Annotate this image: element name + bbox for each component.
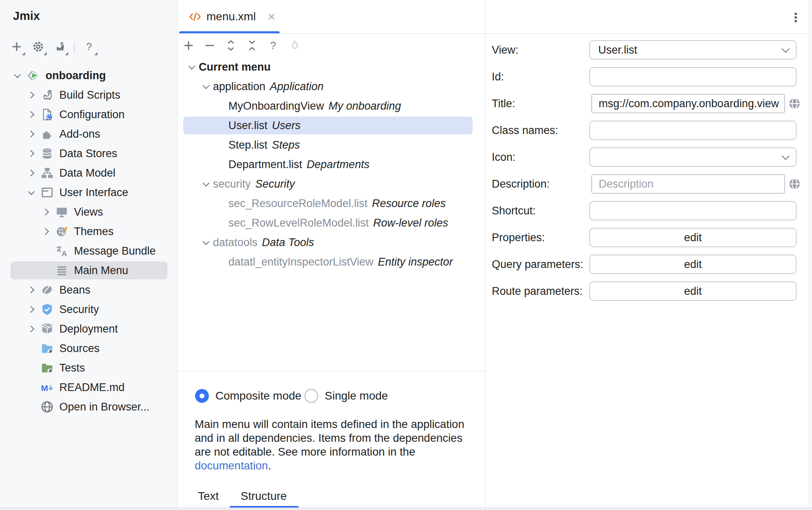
tree-item-data-stores[interactable]: Data Stores — [0, 144, 177, 163]
tree-item-label: Tests — [59, 362, 85, 374]
menu-item-resource-roles[interactable]: sec_ResourceRoleModel.list Resource role… — [178, 194, 484, 213]
chevron-spacer — [24, 341, 38, 355]
menu-item-user-list[interactable]: User.list Users — [178, 116, 484, 135]
menu-item-step-list[interactable]: Step.list Steps — [178, 135, 484, 155]
chevron-right-icon[interactable] — [24, 166, 38, 180]
tree-item-data-model[interactable]: Data Model — [0, 163, 177, 183]
chevron-down-icon[interactable] — [199, 177, 213, 191]
tree-item-message-bundle[interactable]: A Message Bundle — [0, 241, 177, 261]
title-label: Title: — [492, 97, 515, 110]
chevron-right-icon[interactable] — [39, 225, 53, 238]
shortcut-input[interactable] — [590, 202, 796, 220]
tree-item-deployment[interactable]: Deployment — [0, 319, 177, 339]
chevron-right-icon[interactable] — [39, 205, 53, 219]
tree-item-add-ons[interactable]: Add-ons — [0, 124, 177, 144]
menu-item-caption: Row-level roles — [373, 217, 448, 229]
chevron-down-icon[interactable] — [199, 80, 213, 93]
tree-item-readme[interactable]: M README.md — [0, 378, 177, 397]
add-menu-item-button[interactable] — [181, 38, 196, 53]
chevron-right-icon[interactable] — [24, 322, 38, 336]
chevron-right-icon[interactable] — [24, 108, 38, 121]
view-select[interactable]: User.list — [589, 40, 797, 60]
panel-divider — [178, 371, 485, 372]
localization-globe-icon[interactable] — [788, 97, 801, 110]
form-row-route-parameters: Route parameters: edit — [486, 278, 809, 305]
chevron-down-icon[interactable] — [24, 186, 38, 199]
gradle-tasks-button[interactable] — [52, 40, 67, 55]
close-icon[interactable] — [266, 11, 277, 22]
editor-tab-menu-xml[interactable]: menu.xml — [179, 0, 280, 33]
form-row-id: Id: — [486, 63, 809, 90]
help-button[interactable]: ? — [82, 40, 96, 55]
menu-item-row-level-roles[interactable]: sec_RowLevelRoleModel.list Row-level rol… — [178, 213, 484, 233]
window-bottom-edge — [0, 508, 812, 510]
link-suffix: . — [268, 459, 271, 472]
menu-item-department-list[interactable]: Department.list Departments — [178, 155, 484, 174]
xml-code-icon — [189, 10, 202, 23]
radio-unselected-icon[interactable] — [304, 389, 318, 403]
menu-item-caption: My onboarding — [328, 100, 401, 112]
tab-text[interactable]: Text — [198, 490, 219, 503]
composite-mode-option[interactable]: Composite mode — [195, 387, 302, 405]
tree-item-label: Deployment — [59, 323, 118, 335]
tree-item-tests[interactable]: Tests — [0, 358, 177, 378]
tree-item-configuration[interactable]: Configuration — [0, 105, 177, 124]
collapse-all-button[interactable] — [245, 38, 259, 53]
add-button[interactable] — [9, 40, 24, 55]
tab-structure[interactable]: Structure — [241, 490, 287, 503]
description-input[interactable] — [592, 175, 784, 193]
menu-item-myonboardingview[interactable]: MyOnboardingView My onboarding — [178, 96, 484, 116]
class-names-input[interactable] — [590, 121, 796, 139]
id-input[interactable] — [590, 68, 796, 86]
more-options-button[interactable] — [790, 8, 801, 27]
settings-button[interactable] — [31, 40, 46, 55]
route-parameters-edit-button[interactable]: edit — [589, 281, 797, 301]
properties-edit-button[interactable]: edit — [589, 228, 797, 247]
query-parameters-edit-button[interactable]: edit — [589, 255, 797, 274]
icon-select[interactable] — [589, 147, 797, 167]
tree-item-user-interface[interactable]: User Interface — [0, 183, 177, 202]
database-icon — [41, 147, 54, 160]
tree-item-views[interactable]: Views — [0, 202, 177, 222]
description-line: documentation. — [195, 459, 483, 473]
single-mode-option[interactable]: Single mode — [304, 387, 388, 405]
menu-item-caption: Users — [272, 119, 301, 132]
tree-item-onboarding[interactable]: onboarding — [0, 66, 177, 85]
menu-item-security[interactable]: security Security — [178, 174, 484, 194]
tree-item-label: README.md — [59, 381, 125, 394]
menu-root-current-menu[interactable]: Current menu — [178, 57, 484, 77]
file-gear-icon — [41, 108, 54, 121]
form-row-title: Title: — [486, 90, 809, 117]
chevron-down-icon[interactable] — [11, 69, 24, 82]
menu-item-application[interactable]: application Application — [178, 77, 484, 96]
package-box-icon — [41, 322, 54, 335]
chevron-right-icon[interactable] — [24, 303, 38, 316]
help-button[interactable]: ? — [266, 38, 280, 53]
chevron-down-icon[interactable] — [185, 60, 199, 74]
menu-item-datatools[interactable]: datatools Data Tools — [178, 233, 484, 252]
chevron-down-icon[interactable] — [199, 236, 213, 249]
menu-structure-tree: Current menu application Application MyO… — [178, 57, 484, 272]
chevron-right-icon[interactable] — [24, 147, 38, 160]
menu-item-entity-inspector[interactable]: datatl_entityInspectorListView Entity in… — [178, 252, 484, 272]
jmix-tool-window: Jmix ? onboa — [0, 0, 178, 510]
tree-item-open-in-browser[interactable]: Open in Browser... — [0, 397, 177, 417]
radio-selected-icon[interactable] — [195, 389, 209, 403]
tree-item-main-menu[interactable]: Main Menu — [0, 261, 177, 280]
tree-item-sources[interactable]: Sources — [0, 339, 177, 358]
expand-all-button[interactable] — [224, 38, 238, 53]
chevron-right-icon[interactable] — [24, 127, 38, 141]
chevron-right-icon[interactable] — [24, 283, 38, 297]
view-select-value: User.list — [590, 44, 637, 56]
tree-item-themes[interactable]: Themes — [0, 222, 177, 241]
tree-item-build-scripts[interactable]: Build Scripts — [0, 85, 177, 105]
remove-menu-item-button[interactable] — [202, 38, 217, 53]
documentation-link[interactable]: documentation — [195, 459, 268, 472]
menu-item-id: sec_RowLevelRoleModel.list — [228, 217, 369, 229]
window-right-edge — [809, 0, 812, 510]
tree-item-security[interactable]: Security — [0, 300, 177, 319]
tree-item-beans[interactable]: Beans — [0, 280, 177, 300]
title-input[interactable] — [592, 95, 784, 112]
localization-globe-icon[interactable] — [788, 177, 801, 190]
chevron-right-icon[interactable] — [24, 88, 38, 102]
